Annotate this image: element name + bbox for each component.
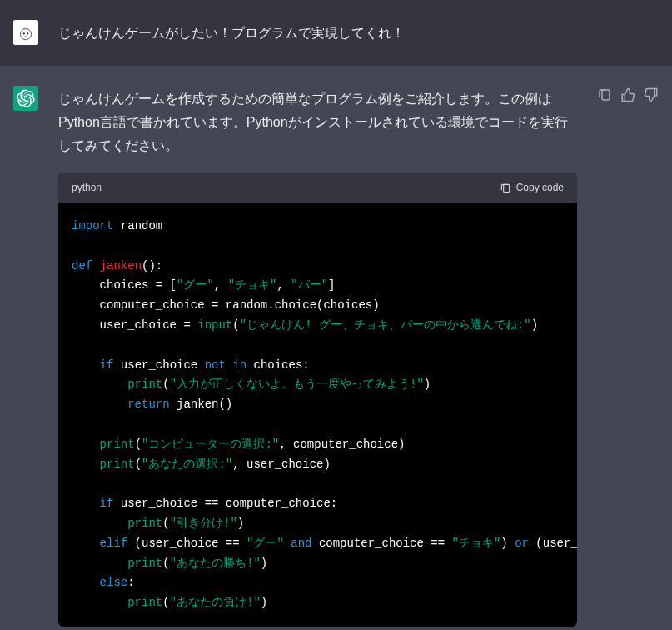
svg-rect-4 (602, 90, 610, 100)
clipboard-icon (500, 182, 511, 194)
openai-logo-icon (17, 89, 35, 108)
code-content[interactable]: import random def janken(): choices = ["… (58, 203, 577, 627)
user-message-row: じゃんけんゲームがしたい！プログラムで実現してくれ！ (0, 0, 672, 65)
user-avatar (13, 20, 38, 45)
assistant-avatar (13, 86, 38, 111)
user-message-text: じゃんけんゲームがしたい！プログラムで実現してくれ！ (58, 20, 659, 45)
svg-rect-3 (503, 184, 509, 192)
svg-point-1 (23, 32, 25, 34)
chicken-avatar-icon (17, 23, 35, 42)
clipboard-icon[interactable] (597, 88, 612, 102)
assistant-message-row: じゃんけんゲームを作成するための簡単なプログラム例をご紹介します。この例はPyt… (0, 65, 672, 630)
copy-code-button[interactable]: Copy code (500, 179, 564, 197)
svg-point-0 (20, 29, 31, 40)
svg-point-2 (27, 32, 28, 34)
code-language-label: python (72, 179, 102, 197)
message-actions (597, 86, 659, 627)
assistant-intro-text: じゃんけんゲームを作成するための簡単なプログラム例をご紹介します。この例はPyt… (58, 88, 577, 158)
thumbs-down-icon[interactable] (644, 88, 659, 102)
assistant-content: じゃんけんゲームを作成するための簡単なプログラム例をご紹介します。この例はPyt… (58, 86, 577, 627)
thumbs-up-icon[interactable] (620, 88, 635, 102)
code-header: python Copy code (58, 172, 577, 203)
copy-code-label: Copy code (516, 179, 564, 197)
code-block: python Copy code import random def janke… (58, 172, 577, 627)
